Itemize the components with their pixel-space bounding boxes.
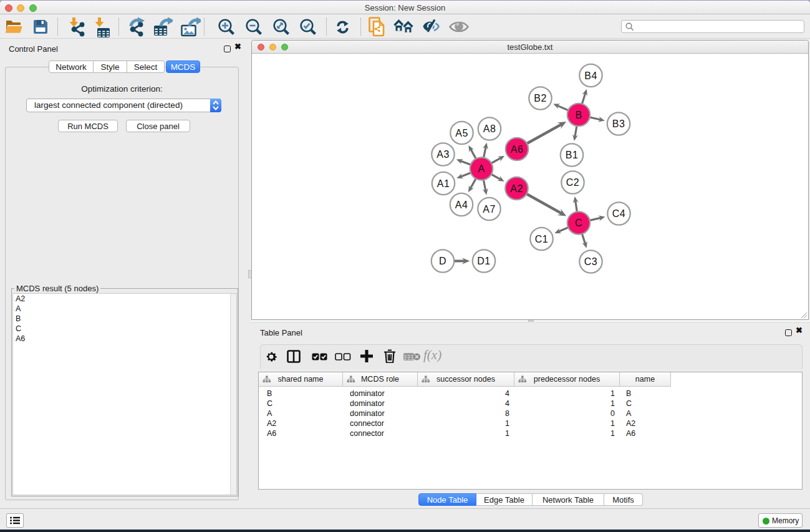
svg-text:C3: C3 — [584, 256, 597, 267]
svg-text:A8: A8 — [483, 123, 496, 134]
svg-text:A5: A5 — [455, 128, 468, 138]
svg-text:C4: C4 — [612, 208, 625, 219]
svg-text:B4: B4 — [584, 70, 597, 81]
svg-text:B1: B1 — [566, 150, 578, 160]
svg-text:B2: B2 — [534, 93, 546, 104]
svg-text:D: D — [439, 256, 446, 266]
svg-text:A3: A3 — [436, 149, 449, 160]
svg-text:A7: A7 — [483, 204, 495, 215]
svg-text:A4: A4 — [455, 200, 468, 210]
svg-text:B: B — [575, 110, 582, 120]
svg-text:D1: D1 — [477, 256, 490, 266]
svg-text:C: C — [575, 218, 582, 228]
svg-text:A2: A2 — [510, 183, 523, 194]
svg-text:B3: B3 — [612, 118, 625, 129]
svg-text:C1: C1 — [535, 234, 548, 244]
svg-text:A: A — [478, 163, 485, 174]
svg-text:A1: A1 — [437, 178, 450, 189]
svg-text:A6: A6 — [511, 144, 523, 155]
svg-text:C2: C2 — [566, 177, 579, 188]
